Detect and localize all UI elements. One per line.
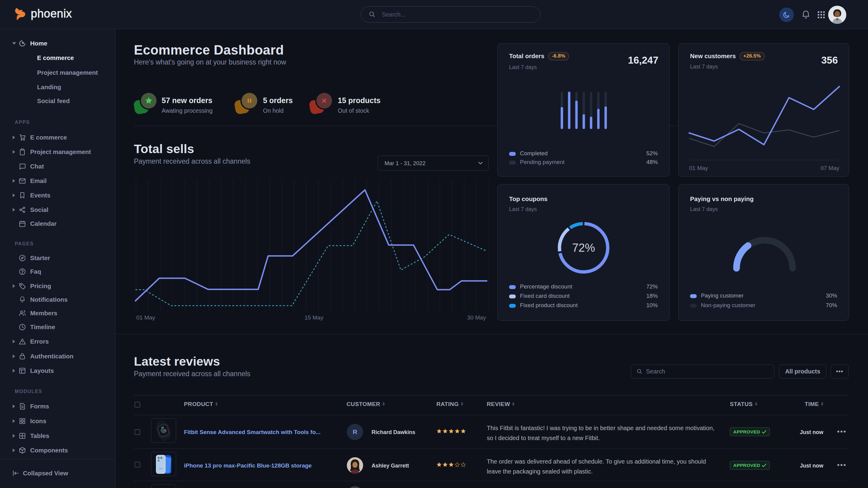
svg-text:30 May: 30 May [467, 314, 486, 321]
svg-text:07 May: 07 May [820, 165, 840, 171]
svg-text:01 May: 01 May [136, 314, 155, 321]
svg-text:01 May: 01 May [689, 165, 708, 171]
svg-text:15 May: 15 May [305, 314, 323, 321]
